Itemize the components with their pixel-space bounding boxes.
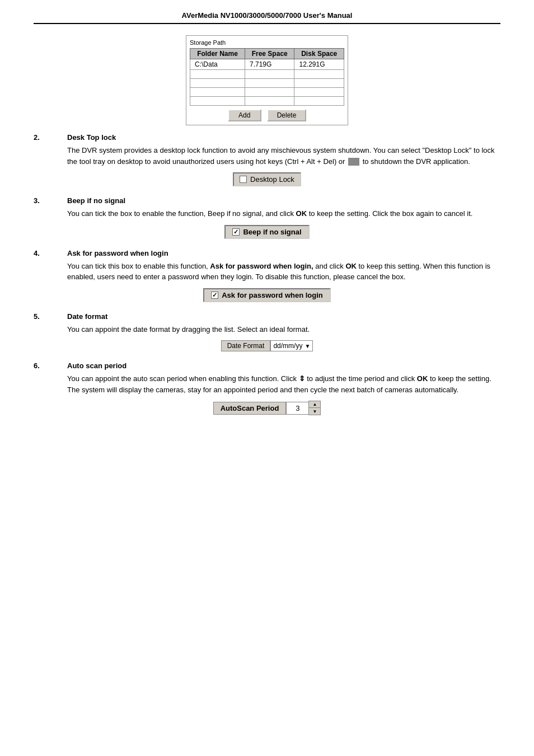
- section-6-number: 6.: [34, 361, 56, 370]
- section-4-body: You can tick this box to enable this fun…: [67, 261, 500, 283]
- section-2-body: The DVR system provides a desktop lock f…: [67, 145, 500, 167]
- row3-disk: [294, 79, 344, 88]
- desktop-lock-widget: Desktop Lock: [233, 172, 301, 186]
- section-3: 3. Beep if no signal You can tick the bo…: [34, 196, 500, 239]
- section-6-text: You can appoint the auto scan period whe…: [67, 373, 500, 395]
- row5-folder: [190, 97, 245, 106]
- row2-disk: [294, 70, 344, 79]
- beep-widget-container: ✓ Beep if no signal: [34, 225, 500, 239]
- storage-buttons: Add Delete: [190, 109, 344, 121]
- row1-folder: C:\Data: [190, 59, 245, 70]
- row1-disk: 12.291G: [294, 59, 344, 70]
- autoscan-decrement-button[interactable]: ▼: [309, 408, 320, 415]
- section-5-number: 5.: [34, 312, 56, 321]
- section-5-text: You can appoint the date format by dragg…: [67, 324, 500, 335]
- table-row: [190, 88, 344, 97]
- storage-path-container: Storage Path Folder Name Free Space Disk…: [34, 35, 500, 125]
- row4-folder: [190, 88, 245, 97]
- row5-free: [245, 97, 294, 106]
- row3-free: [245, 79, 294, 88]
- section-4: 4. Ask for password when login You can t…: [34, 249, 500, 302]
- date-format-value: dd/mm/yy: [273, 342, 302, 350]
- section-5-title: Date format: [67, 312, 107, 321]
- row3-folder: [190, 79, 245, 88]
- section-2: 2. Desk Top lock The DVR system provides…: [34, 133, 500, 186]
- add-button[interactable]: Add: [228, 109, 261, 121]
- autoscan-value: 3: [286, 402, 308, 415]
- section-4-title: Ask for password when login: [67, 249, 168, 257]
- page-header: AVerMedia NV1000/3000/5000/7000 User's M…: [34, 11, 500, 24]
- col-folder-name: Folder Name: [190, 49, 245, 59]
- section-2-text: The DVR system provides a desktop lock f…: [67, 145, 500, 167]
- section-3-body: You can tick the box to enable the funct…: [67, 208, 500, 219]
- section-3-title: Beep if no signal: [67, 196, 125, 205]
- section-4-text: You can tick this box to enable this fun…: [67, 261, 500, 283]
- section-6-heading: 6. Auto scan period: [34, 361, 500, 370]
- autoscan-spinner: ▲ ▼: [308, 401, 321, 415]
- storage-path-title: Storage Path: [190, 39, 344, 46]
- table-row: [190, 97, 344, 106]
- section-4-heading: 4. Ask for password when login: [34, 249, 500, 257]
- storage-table: Folder Name Free Space Disk Space C:\Dat…: [190, 48, 344, 106]
- desktop-lock-label: Desktop Lock: [250, 175, 294, 184]
- row4-free: [245, 88, 294, 97]
- ask-password-widget-container: ✓ Ask for password when login: [34, 288, 500, 302]
- section-5-body: You can appoint the date format by dragg…: [67, 324, 500, 335]
- row4-disk: [294, 88, 344, 97]
- autoscan-widget: AutoScan Period 3 ▲ ▼: [213, 401, 321, 415]
- dvr-icon: [348, 158, 359, 166]
- date-format-widget: Date Format dd/mm/yy ▼: [221, 340, 313, 351]
- date-format-widget-container: Date Format dd/mm/yy ▼: [34, 340, 500, 351]
- delete-button[interactable]: Delete: [267, 109, 307, 121]
- section-2-title: Desk Top lock: [67, 133, 116, 142]
- table-row: C:\Data 7.719G 12.291G: [190, 59, 344, 70]
- autoscan-widget-container: AutoScan Period 3 ▲ ▼: [34, 401, 500, 415]
- row1-free: 7.719G: [245, 59, 294, 70]
- section-6-title: Auto scan period: [67, 361, 127, 370]
- section-2-heading: 2. Desk Top lock: [34, 133, 500, 142]
- section-5: 5. Date format You can appoint the date …: [34, 312, 500, 352]
- date-format-select[interactable]: dd/mm/yy ▼: [270, 340, 313, 351]
- dropdown-arrow-icon: ▼: [305, 343, 310, 349]
- row2-folder: [190, 70, 245, 79]
- date-format-label: Date Format: [221, 340, 271, 351]
- page-title: AVerMedia NV1000/3000/5000/7000 User's M…: [182, 11, 353, 20]
- table-row: [190, 70, 344, 79]
- col-free-space: Free Space: [245, 49, 294, 59]
- autoscan-increment-button[interactable]: ▲: [309, 401, 320, 408]
- table-row: [190, 79, 344, 88]
- autoscan-label: AutoScan Period: [213, 402, 287, 415]
- beep-label: Beep if no signal: [243, 228, 301, 236]
- desktop-lock-widget-container: Desktop Lock: [34, 172, 500, 186]
- section-4-number: 4.: [34, 249, 56, 257]
- ask-password-label: Ask for password when login: [222, 291, 323, 299]
- section-3-text: You can tick the box to enable the funct…: [67, 208, 500, 219]
- ask-password-widget: ✓ Ask for password when login: [203, 288, 331, 302]
- section-2-number: 2.: [34, 133, 56, 142]
- row2-free: [245, 70, 294, 79]
- section-5-heading: 5. Date format: [34, 312, 500, 321]
- row5-disk: [294, 97, 344, 106]
- section-3-heading: 3. Beep if no signal: [34, 196, 500, 205]
- col-disk-space: Disk Space: [294, 49, 344, 59]
- beep-widget: ✓ Beep if no signal: [224, 225, 309, 239]
- section-6: 6. Auto scan period You can appoint the …: [34, 361, 500, 415]
- beep-checkbox[interactable]: ✓: [232, 228, 240, 236]
- ask-password-checkbox[interactable]: ✓: [211, 292, 218, 299]
- section-3-number: 3.: [34, 196, 56, 205]
- storage-path-widget: Storage Path Folder Name Free Space Disk…: [186, 35, 348, 125]
- section-6-body: You can appoint the auto scan period whe…: [67, 373, 500, 395]
- desktop-lock-checkbox[interactable]: [240, 176, 247, 183]
